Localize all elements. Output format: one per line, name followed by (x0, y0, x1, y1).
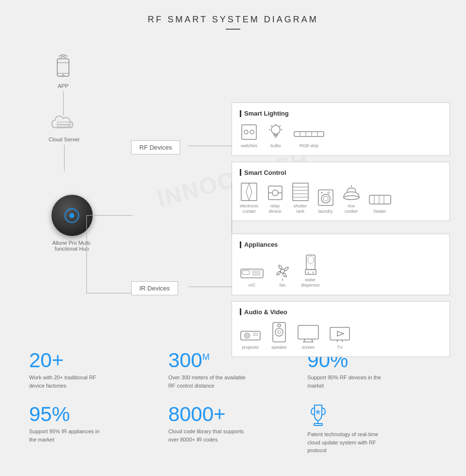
water-icon (303, 254, 318, 275)
stat-90percent-desc: Support 90% RF devices in the market (307, 374, 385, 390)
rf-up-line (131, 146, 132, 147)
fan-item: fan (274, 262, 291, 288)
svg-marker-73 (337, 331, 344, 336)
title-bar (240, 110, 241, 117)
svg-rect-53 (305, 270, 316, 274)
cloud-device: Cloud Server (49, 112, 80, 171)
stat-8000plus-value: 8000+ (168, 403, 226, 425)
stat-20plus-value: 20+ (29, 349, 64, 372)
page-title: RF SMART SYSTEM DIAGRAM (0, 15, 466, 25)
svg-point-7 (68, 125, 69, 126)
ac-label: A/C (248, 283, 255, 288)
stat-95percent-value: 95% (29, 403, 70, 425)
svg-rect-52 (306, 255, 315, 270)
stat-20plus-desc: Work with 20+ traditional RF device fact… (29, 374, 107, 390)
tv-icon (329, 324, 350, 343)
audio-video-label: Audio & Video (244, 308, 287, 316)
appliances-icons: A/C fan (240, 254, 442, 288)
water-item: waterdispensor (301, 254, 320, 288)
svg-rect-62 (273, 323, 285, 342)
svg-rect-29 (293, 183, 308, 201)
svg-rect-46 (242, 271, 250, 274)
tv-item: TV (329, 324, 350, 350)
speaker-item: speaker (271, 322, 287, 350)
laundry-item: laundry (317, 188, 334, 214)
heater-icon (368, 192, 392, 207)
relay-item: relaydevice (266, 184, 284, 214)
speaker-label: speaker (271, 345, 287, 350)
curtain-label: electroniccurtain (240, 204, 259, 214)
smart-lighting-panel: Smart Lighting switches (232, 102, 450, 156)
svg-rect-19 (294, 132, 324, 136)
audio-video-icons: projector speaker (240, 322, 442, 350)
cloud-icon (50, 112, 79, 134)
rf-to-panel (188, 146, 232, 146)
audio-video-title: Audio & Video (240, 308, 442, 316)
rf-box-text: RF Devices (139, 144, 172, 151)
hub-device: Allone Pro Multi-functional Hub (43, 195, 101, 252)
ir-box-text: IR Devices (139, 285, 170, 292)
rf-devices-box: RF Devices (131, 140, 180, 154)
bulbs-label: bulbs (270, 143, 281, 149)
rice-cooker-icon (342, 184, 361, 202)
svg-point-9 (244, 130, 248, 134)
ac-icon (240, 267, 264, 281)
svg-line-16 (280, 125, 281, 126)
svg-rect-70 (330, 327, 350, 340)
ir-panels: Appliances A/C (232, 234, 450, 357)
svg-point-65 (278, 324, 281, 327)
stat-8000plus: 8000+ Cloud code library that supports o… (168, 404, 298, 455)
svg-point-26 (272, 190, 278, 196)
svg-point-63 (275, 328, 283, 336)
heater-item: heater (368, 192, 392, 214)
title-bar-2 (240, 169, 241, 176)
v-line-rf-ir (86, 215, 87, 293)
svg-point-56 (308, 256, 314, 264)
stat-8000plus-desc: Cloud code library that supports over 80… (168, 427, 246, 443)
svg-rect-41 (369, 195, 391, 204)
svg-rect-66 (298, 325, 318, 339)
svg-point-6 (68, 122, 69, 123)
svg-rect-57 (241, 331, 260, 340)
rgb-strip-label: RGB strip (300, 143, 318, 149)
svg-rect-75 (314, 424, 322, 425)
svg-point-64 (278, 331, 281, 334)
stat-300m-desc: Over 300 meters of the available RF cont… (168, 374, 246, 390)
speaker-icon (271, 322, 287, 343)
svg-point-59 (246, 335, 248, 337)
audio-video-panel: Audio & Video projector (232, 301, 450, 357)
projector-icon (240, 328, 261, 343)
laundry-icon (317, 188, 334, 207)
stat-95percent-desc: Support 95% IR appliances in the market (29, 427, 107, 443)
svg-point-39 (344, 196, 359, 200)
fan-label: fan (280, 283, 286, 288)
app-label: APP (58, 83, 68, 89)
phone-icon (53, 54, 73, 81)
smart-control-icons: electroniccurtain relaydevice (240, 182, 442, 214)
smart-control-title: Smart Control (240, 169, 442, 176)
hub-center (69, 213, 74, 218)
bulbs-icon (268, 123, 283, 141)
shutter-icon (292, 182, 309, 202)
svg-point-38 (328, 192, 330, 194)
rice-cooker-label: ricecooker (345, 204, 358, 214)
hub-label: Allone Pro Multi-functional Hub (43, 240, 101, 252)
smart-lighting-icons: switches bu (240, 123, 442, 149)
curtain-icon (240, 182, 258, 202)
svg-point-11 (271, 125, 280, 134)
svg-rect-0 (57, 59, 69, 76)
svg-point-58 (245, 333, 250, 338)
projector-label: projector (242, 345, 259, 350)
svg-marker-76 (315, 409, 321, 415)
stat-trophy-desc: Patent technology of real-time cloud upd… (307, 430, 385, 455)
right-panels: Smart Lighting switches (232, 102, 450, 227)
stat-8000plus-number: 8000+ (168, 404, 298, 425)
title-section: RF SMART SYSTEM DIAGRAM (0, 0, 466, 34)
title-underline (226, 29, 240, 30)
fan-icon (274, 262, 291, 281)
svg-rect-24 (241, 183, 257, 201)
ir-to-panel (188, 287, 232, 287)
screen-item: screen (297, 324, 319, 350)
screen-label: screen (301, 345, 315, 350)
shutter-label: shutterrack (294, 204, 307, 214)
